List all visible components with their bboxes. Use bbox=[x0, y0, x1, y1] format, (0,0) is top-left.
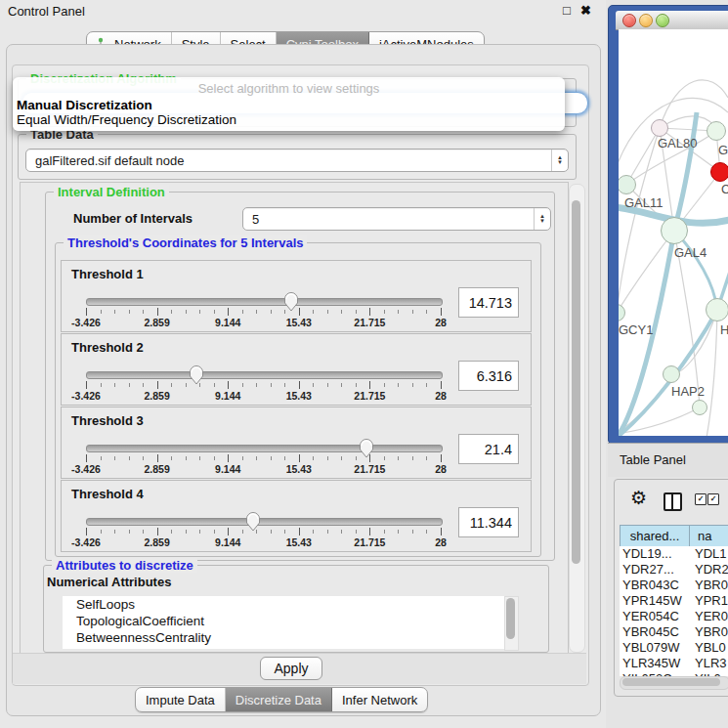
network-node[interactable] bbox=[692, 400, 707, 415]
control-panel-titlebar: Control Panel □ ✖ bbox=[0, 0, 606, 23]
table-rows[interactable]: YDL19...YDL1YDR27...YDR2YBR043CYBR0YPR14… bbox=[620, 546, 728, 676]
table-row[interactable]: YBR043CYBR0 bbox=[620, 578, 728, 593]
attributes-scrollbar-thumb[interactable] bbox=[506, 598, 515, 639]
table-header-row: shared... na bbox=[620, 525, 728, 547]
network-node[interactable] bbox=[706, 298, 728, 321]
cell-shared-name: YDL19... bbox=[620, 546, 691, 562]
slider-tick-labels: -3.4262.8599.14415.4321.71528 bbox=[86, 463, 442, 475]
float-panel-icon[interactable]: □ bbox=[563, 3, 571, 18]
checkbox-select-all-icon[interactable]: ✓ bbox=[695, 493, 707, 505]
node-label: GAL4 bbox=[674, 245, 707, 260]
threshold-slider-thumb[interactable] bbox=[358, 437, 375, 458]
threshold-slider-track[interactable] bbox=[86, 518, 443, 526]
gear-icon[interactable]: ⚙ bbox=[630, 489, 647, 507]
cell-name: YBR0 bbox=[691, 624, 728, 640]
column-header-shared-name[interactable]: shared... bbox=[621, 526, 690, 546]
option-manual-discretization[interactable]: Manual Discretization bbox=[13, 98, 565, 112]
threshold-slider-thumb[interactable] bbox=[244, 510, 262, 532]
slider-tick-labels: -3.4262.8599.14415.4321.71528 bbox=[86, 317, 442, 328]
table-data-combobox[interactable]: galFiltered.sif default node ▲▼ bbox=[25, 149, 569, 172]
option-equal-width-frequency[interactable]: Equal Width/Frequency Discretization bbox=[13, 112, 565, 127]
attribute-list-item[interactable]: BetweennessCentrality bbox=[63, 629, 504, 646]
cell-name: YDR2 bbox=[691, 562, 728, 578]
threshold-value-input[interactable] bbox=[458, 434, 519, 464]
panel-title: Control Panel bbox=[8, 4, 85, 19]
network-node[interactable] bbox=[707, 121, 726, 141]
threshold-panel: Threshold 4-3.4262.8599.14415.4321.71528 bbox=[61, 480, 532, 552]
tab-infer-network[interactable]: Infer Network bbox=[332, 688, 427, 711]
slider-ticks bbox=[86, 381, 442, 390]
table-panel-title: Table Panel bbox=[620, 452, 686, 467]
close-panel-icon[interactable]: ✖ bbox=[580, 3, 591, 18]
number-of-intervals-combobox[interactable]: 5 ▲▼ bbox=[242, 207, 551, 231]
table-row[interactable]: YBR045CYBR0 bbox=[620, 624, 728, 640]
threshold-slider-track[interactable] bbox=[86, 371, 443, 379]
cell-shared-name: YDR27... bbox=[620, 562, 691, 578]
thresholds-stack: Threshold 1-3.4262.8599.14415.4321.71528… bbox=[61, 260, 532, 553]
attributes-list-scrollbar[interactable] bbox=[504, 596, 519, 651]
cell-name: YBL0 bbox=[691, 640, 728, 656]
cell-shared-name: YBR045C bbox=[620, 624, 691, 640]
columns-icon[interactable] bbox=[664, 492, 682, 511]
node-label: GCY1 bbox=[619, 322, 653, 337]
node-label: GAL80 bbox=[658, 136, 697, 150]
threshold-panel: Threshold 2-3.4262.8599.14415.4321.71528 bbox=[61, 333, 532, 406]
column-header-name[interactable]: na bbox=[690, 526, 728, 546]
cell-name: YBR0 bbox=[691, 578, 728, 593]
slider-ticks bbox=[86, 308, 442, 317]
cell-shared-name: YER054C bbox=[620, 609, 691, 624]
network-node[interactable] bbox=[651, 119, 668, 137]
tab-discretize-data[interactable]: Discretize Data bbox=[226, 688, 332, 711]
vertical-scrollbar-thumb[interactable] bbox=[572, 200, 580, 564]
slider-ticks bbox=[86, 454, 442, 463]
cell-shared-name: YBL079W bbox=[620, 640, 691, 656]
tab-impute-data[interactable]: Impute Data bbox=[136, 688, 226, 711]
control-panel: Control Panel □ ✖ Network Style Select C… bbox=[0, 0, 606, 728]
network-canvas[interactable]: GAL80G.GAL11CGAL4GCY1HHAP2 bbox=[619, 29, 728, 436]
cell-name: YPR1 bbox=[691, 593, 728, 609]
table-row[interactable]: YLR345WYLR3 bbox=[620, 656, 728, 671]
network-window-titlebar[interactable] bbox=[616, 11, 728, 30]
threshold-label: Threshold 4 bbox=[71, 487, 144, 501]
network-node[interactable] bbox=[710, 162, 728, 182]
node-label: C bbox=[721, 182, 728, 196]
threshold-value-input[interactable] bbox=[458, 507, 519, 537]
threshold-value-input[interactable] bbox=[458, 361, 519, 391]
threshold-slider-track[interactable] bbox=[86, 445, 443, 452]
threshold-panel: Threshold 1-3.4262.8599.14415.4321.71528 bbox=[61, 260, 532, 332]
table-row[interactable]: YBL079WYBL0 bbox=[620, 640, 728, 656]
threshold-value-input[interactable] bbox=[458, 287, 519, 318]
network-node[interactable] bbox=[661, 217, 688, 244]
threshold-slider-thumb[interactable] bbox=[282, 290, 300, 312]
algorithm-placeholder: Select algorithm to view settings bbox=[13, 77, 565, 98]
checkbox-select-none-icon[interactable]: ✓ bbox=[707, 493, 719, 505]
slider-tick-labels: -3.4262.8599.14415.4321.71528 bbox=[86, 536, 442, 548]
node-label: H bbox=[720, 322, 728, 337]
thresholds-group-title: Threshold's Coordinates for 5 Intervals bbox=[64, 236, 307, 250]
attribute-list-item[interactable]: TopologicalCoefficient bbox=[63, 613, 504, 629]
threshold-slider-thumb[interactable] bbox=[188, 364, 205, 385]
table-row[interactable]: YDL19...YDL1 bbox=[620, 546, 728, 562]
close-window-icon[interactable] bbox=[622, 14, 636, 27]
network-node[interactable] bbox=[663, 365, 680, 383]
horizontal-scrollbar-thumb[interactable] bbox=[622, 678, 720, 686]
horizontal-scrollbar[interactable] bbox=[620, 676, 728, 690]
threshold-slider-track[interactable] bbox=[86, 298, 443, 306]
apply-button[interactable]: Apply bbox=[260, 657, 322, 680]
attribute-list-item[interactable]: SelfLoops bbox=[63, 596, 504, 613]
table-row[interactable]: YER054CYER0 bbox=[620, 609, 728, 624]
table-row[interactable]: YPR145WYPR1 bbox=[620, 593, 728, 609]
numerical-attributes-list[interactable]: SelfLoopsTopologicalCoefficientBetweenne… bbox=[63, 596, 504, 649]
number-of-intervals-label: Number of Intervals bbox=[73, 211, 193, 226]
threshold-panel: Threshold 3-3.4262.8599.14415.4321.71528 bbox=[61, 407, 532, 479]
attributes-group-title: Attributes to discretize bbox=[52, 558, 197, 573]
vertical-scrollbar[interactable] bbox=[569, 184, 585, 653]
zoom-window-icon[interactable] bbox=[656, 14, 669, 27]
table-row[interactable]: YDR27...YDR2 bbox=[620, 562, 728, 578]
cell-shared-name: YPR145W bbox=[620, 593, 691, 609]
minimize-window-icon[interactable] bbox=[639, 14, 653, 27]
cell-name: YDL1 bbox=[691, 546, 728, 562]
numerical-attributes-label: Numerical Attributes bbox=[47, 575, 171, 589]
threshold-label: Threshold 2 bbox=[71, 340, 144, 355]
threshold-label: Threshold 1 bbox=[71, 267, 144, 281]
